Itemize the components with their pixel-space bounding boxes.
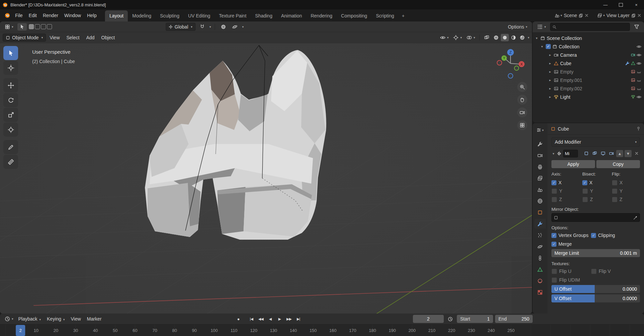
outliner-editor-type-button[interactable]: ▾ [535,23,548,31]
tab-world[interactable] [534,196,546,206]
snap-toggle-button[interactable] [198,23,207,31]
disclosure-closed-icon[interactable]: ▸ [548,53,552,57]
select-mode-extend-button[interactable] [35,24,40,29]
pin-button[interactable] [636,127,641,131]
menu-view[interactable]: View [68,315,84,323]
view-layer-name[interactable]: View Layer [606,13,630,18]
merge-limit-slider[interactable]: Merge Limit 0.001 m [551,249,640,257]
workspace-tab-scripting[interactable]: Scripting [372,10,398,21]
outliner-row-empty[interactable]: ▸ Empty [535,67,643,76]
workspace-tab-sculpting[interactable]: Sculpting [156,10,184,21]
move-down-button[interactable]: ▾ [625,150,632,157]
timeline-editor-type-button[interactable]: ▾ [3,315,15,323]
workspace-tab-animation[interactable]: Animation [277,10,306,21]
viewport-3d[interactable]: User Perspective (2) Collection | Cube [0,43,532,314]
caret-down-icon[interactable]: ▾ [242,25,244,29]
play-reverse-button[interactable]: ◀ [266,315,274,323]
modifier-name-field[interactable]: Mi [563,150,578,157]
menu-select[interactable]: Select [63,33,83,42]
tab-render[interactable] [534,150,546,160]
next-keyframe-button[interactable]: ▶▶ [285,315,293,323]
eye-open-icon[interactable] [637,53,641,57]
menu-playback[interactable]: Playback ▾ [15,315,44,323]
bisect-y-checkbox[interactable]: Y [582,187,612,195]
unlink-scene-button[interactable] [585,13,589,17]
remove-view-layer-button[interactable] [637,13,641,17]
outliner-row-light[interactable]: ▸ Light [535,93,643,101]
vertex-groups-checkbox[interactable]: ✓Vertex Groups [551,232,591,239]
move-up-button[interactable]: ▴ [616,150,623,157]
disclosure-open-icon[interactable]: ▾ [535,36,539,40]
menu-view[interactable]: View [47,33,63,42]
tab-material[interactable] [534,276,546,286]
outliner-row-empty-001[interactable]: ▸ Empty.001 [535,76,643,84]
gizmos-dropdown[interactable]: ▾ [451,34,464,41]
workspace-tab-rendering[interactable]: Rendering [306,10,337,21]
new-scene-button[interactable] [579,13,583,18]
eye-closed-icon[interactable] [637,69,641,74]
workspace-tab-compositing[interactable]: Compositing [337,10,372,21]
shading-solid-button[interactable] [501,34,509,41]
previous-keyframe-button[interactable]: ◀◀ [257,315,265,323]
add-workspace-button[interactable]: + [398,10,408,21]
editor-type-button[interactable]: ▾ [3,23,15,31]
play-button[interactable]: ▶ [275,315,284,323]
tool-cursor-button[interactable] [3,61,18,75]
eye-open-icon[interactable] [637,95,641,99]
end-frame-field[interactable]: End 250 [495,315,533,323]
menu-keying[interactable]: Keying ▾ [44,315,68,323]
caret-down-icon[interactable]: ▾ [210,25,211,29]
tab-tool[interactable] [534,139,546,149]
bisect-x-checkbox[interactable]: ✓X [582,179,612,186]
options-dropdown[interactable]: Options ▾ [506,23,529,31]
display-on-cage-toggle[interactable] [583,150,590,157]
workspace-tab-layout[interactable]: Layout [105,10,128,21]
new-view-layer-button[interactable] [631,13,636,18]
record-button[interactable]: ● [234,315,243,323]
menu-edit[interactable]: Edit [26,11,40,20]
object-visibility-dropdown[interactable]: ▾ [438,34,451,41]
menu-add[interactable]: Add [83,33,98,42]
pan-button[interactable] [517,95,527,105]
display-render-toggle[interactable] [608,150,615,157]
menu-help[interactable]: Help [84,11,100,20]
ortho-toggle-button[interactable] [517,120,527,130]
zoom-button[interactable] [517,82,527,92]
shading-material-button[interactable] [509,34,518,41]
menu-object[interactable]: Object [98,33,118,42]
caret-down-icon[interactable]: ▾ [528,36,529,39]
navigation-gizmo[interactable]: Z X Y [495,48,526,80]
xray-toggle-button[interactable] [482,34,491,41]
tab-scene[interactable] [534,185,546,194]
tool-scale-button[interactable] [3,108,18,122]
outliner-search[interactable] [550,23,630,31]
add-modifier-dropdown[interactable]: Add Modifier ▾ [551,137,640,147]
mode-dropdown[interactable]: Object Mode ▾ [3,34,46,42]
menu-render[interactable]: Render [40,11,61,20]
tab-object-data[interactable] [534,265,546,274]
select-mode-subtract-button[interactable] [41,24,46,29]
workspace-tab-modeling[interactable]: Modeling [128,10,156,21]
eye-open-icon[interactable] [637,44,641,49]
browse-view-layer-button[interactable]: ▾ [597,13,605,18]
start-frame-field[interactable]: Start 1 [457,315,493,323]
active-tool-button[interactable] [17,23,27,31]
tab-particles[interactable] [534,230,546,240]
scene-name[interactable]: Scene [564,13,577,18]
flip-x-checkbox[interactable]: X [612,179,640,186]
workspace-tab-uv-editing[interactable]: UV Editing [184,10,215,21]
tool-transform-button[interactable] [3,123,18,137]
select-mode-intersect-button[interactable] [47,24,52,29]
minimize-button[interactable]: — [598,0,613,9]
search-input[interactable] [558,24,628,30]
shading-rendered-button[interactable] [518,34,526,41]
tab-physics[interactable] [534,242,546,251]
disclosure-closed-icon[interactable]: ▸ [548,61,552,65]
v-offset-slider[interactable]: V Offset 0.0000 [551,294,640,302]
select-mode-new-button[interactable] [29,24,34,29]
browse-scene-button[interactable]: ▾ [555,13,562,18]
tab-view-layer[interactable] [534,173,546,183]
jump-to-end-button[interactable]: ▶| [294,315,303,323]
disclosure-open-icon[interactable]: ▾ [540,45,544,48]
outliner-row-camera[interactable]: ▸ Camera [535,51,643,59]
